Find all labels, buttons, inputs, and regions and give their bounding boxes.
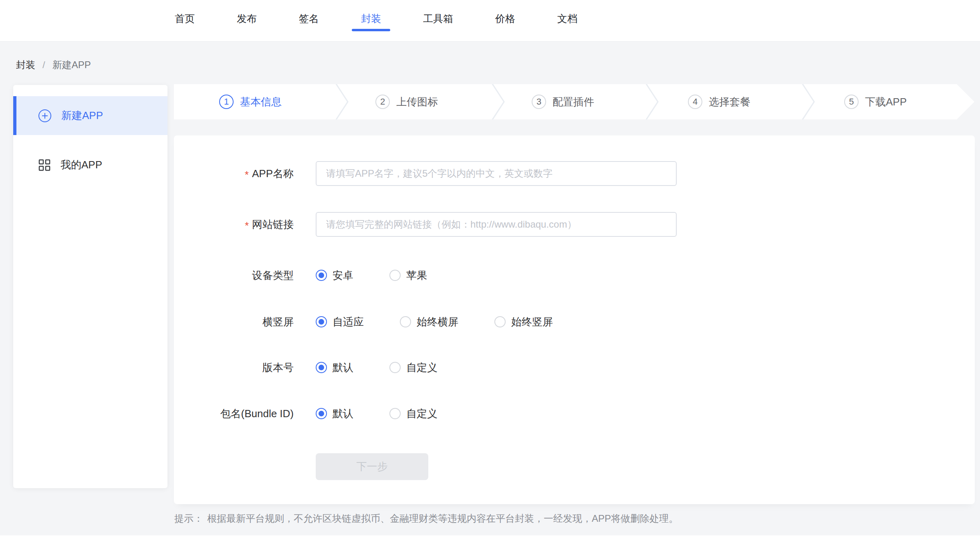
- nav-item-toolbox[interactable]: 工具箱: [423, 0, 453, 41]
- step-label: 基本信息: [240, 95, 282, 109]
- field-label: * APP名称: [174, 167, 294, 181]
- form-row-bundle-id: 包名(Bundle ID) 默认 自定义: [174, 406, 975, 421]
- form-row-app-name: * APP名称: [174, 161, 975, 186]
- breadcrumb: 封装 / 新建APP: [16, 59, 91, 71]
- field-label-text: 网站链接: [252, 218, 294, 232]
- radio-label: 自定义: [406, 407, 438, 421]
- step-number: 3: [532, 95, 546, 109]
- radio-label: 自定义: [406, 361, 438, 375]
- field-label: 设备类型: [174, 268, 294, 283]
- step-label: 下载APP: [865, 95, 907, 109]
- plus-circle-icon: [38, 109, 52, 123]
- radio-label: 默认: [333, 407, 353, 421]
- step-label: 配置插件: [553, 95, 594, 109]
- nav-item-home[interactable]: 首页: [175, 0, 195, 41]
- step-label: 上传图标: [396, 95, 438, 109]
- radio-label: 安卓: [333, 268, 353, 283]
- sidebar: 新建APP 我的APP: [13, 85, 167, 488]
- radio-icon: [494, 316, 506, 327]
- radio-version-default[interactable]: 默认: [316, 361, 353, 375]
- sidebar-item-new-app[interactable]: 新建APP: [13, 96, 167, 135]
- step-1-basic-info: 1 基本信息: [219, 84, 282, 119]
- radio-device-android[interactable]: 安卓: [316, 268, 353, 283]
- sidebar-item-label: 新建APP: [61, 109, 103, 123]
- radio-icon: [400, 316, 411, 327]
- field-label: 版本号: [174, 361, 294, 375]
- hint-prefix: 提示：: [174, 512, 203, 525]
- step-4-choose-plan: 4 选择套餐: [688, 84, 750, 119]
- app-name-input[interactable]: [316, 161, 677, 186]
- step-number: 5: [844, 95, 859, 109]
- radio-icon: [316, 408, 327, 419]
- platform-rule-hint: 提示： 根据最新平台规则，不允许区块链虚拟币、金融理财类等违规内容在平台封装，一…: [174, 512, 678, 525]
- form-row-device-type: 设备类型 安卓 苹果: [174, 268, 975, 283]
- field-label-text: 版本号: [262, 361, 294, 375]
- radio-icon: [316, 362, 327, 373]
- next-step-button[interactable]: 下一步: [316, 453, 428, 480]
- radio-device-ios[interactable]: 苹果: [389, 268, 427, 283]
- field-label-text: 横竖屏: [262, 315, 294, 329]
- nav-item-package[interactable]: 封装: [361, 0, 381, 41]
- form-row-version: 版本号 默认 自定义: [174, 360, 975, 375]
- radio-orientation-auto[interactable]: 自适应: [316, 315, 364, 329]
- radio-icon: [389, 408, 401, 419]
- nav-item-publish[interactable]: 发布: [237, 0, 257, 41]
- sidebar-item-my-apps[interactable]: 我的APP: [13, 145, 167, 184]
- radio-label: 苹果: [406, 268, 427, 283]
- required-asterisk: *: [245, 170, 249, 180]
- field-label: * 网站链接: [174, 218, 294, 232]
- main-nav: 首页 发布 签名 封装 工具箱 价格 文档: [175, 0, 577, 41]
- radio-bundle-custom[interactable]: 自定义: [389, 407, 438, 421]
- required-asterisk: *: [245, 220, 249, 231]
- step-number: 2: [375, 95, 390, 109]
- nav-item-sign[interactable]: 签名: [299, 0, 319, 41]
- breadcrumb-current: 新建APP: [52, 59, 91, 71]
- field-label: 包名(Bundle ID): [174, 407, 294, 421]
- radio-bundle-default[interactable]: 默认: [316, 407, 353, 421]
- radio-orientation-landscape[interactable]: 始终横屏: [400, 315, 458, 329]
- nav-item-price[interactable]: 价格: [495, 0, 515, 41]
- grid-icon: [38, 159, 51, 172]
- website-url-input[interactable]: [316, 212, 677, 237]
- step-number: 1: [219, 95, 234, 109]
- field-label-text: 包名(Bundle ID): [220, 407, 294, 421]
- hint-text: 根据最新平台规则，不允许区块链虚拟币、金融理财类等违规内容在平台封装，一经发现，…: [207, 512, 678, 525]
- nav-item-docs[interactable]: 文档: [557, 0, 577, 41]
- top-header: 首页 发布 签名 封装 工具箱 价格 文档: [0, 0, 980, 42]
- radio-label: 始终横屏: [417, 315, 458, 329]
- form-row-orientation: 横竖屏 自适应 始终横屏 始终竖屏: [174, 315, 975, 329]
- radio-icon: [316, 316, 327, 327]
- field-label-text: APP名称: [252, 167, 294, 181]
- step-3-configure-plugins: 3 配置插件: [532, 84, 594, 119]
- radio-orientation-portrait[interactable]: 始终竖屏: [494, 315, 553, 329]
- radio-label: 默认: [333, 361, 353, 375]
- bottom-strip: [0, 535, 980, 541]
- step-label: 选择套餐: [709, 95, 750, 109]
- form-row-website-url: * 网站链接: [174, 212, 975, 237]
- field-label: 横竖屏: [174, 315, 294, 329]
- radio-icon: [389, 362, 401, 373]
- radio-version-custom[interactable]: 自定义: [389, 361, 438, 375]
- radio-icon: [316, 270, 327, 281]
- radio-icon: [389, 270, 401, 281]
- radio-label: 自适应: [333, 315, 364, 329]
- sidebar-item-label: 我的APP: [60, 158, 102, 172]
- steps-wizard: 1 基本信息 2 上传图标 3 配置插件 4 选择套餐 5 下载APP: [174, 84, 980, 119]
- radio-label: 始终竖屏: [511, 315, 553, 329]
- new-app-form-card: * APP名称 * 网站链接 设备类型 安卓 苹果: [174, 135, 975, 504]
- step-2-upload-icon: 2 上传图标: [375, 84, 438, 119]
- breadcrumb-separator: /: [42, 59, 45, 71]
- field-label-text: 设备类型: [252, 268, 294, 283]
- breadcrumb-root[interactable]: 封装: [16, 59, 35, 71]
- step-5-download-app: 5 下载APP: [844, 84, 907, 119]
- step-number: 4: [688, 95, 702, 109]
